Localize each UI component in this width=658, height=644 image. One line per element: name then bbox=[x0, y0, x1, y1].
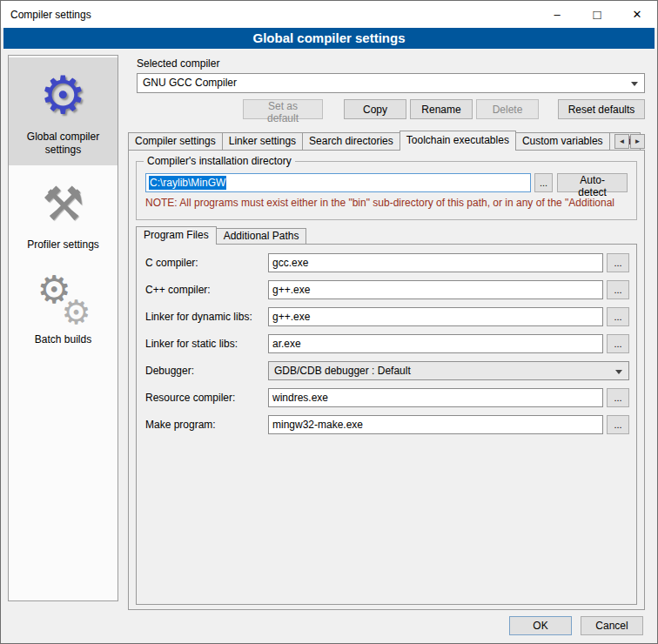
window-controls: – □ ✕ bbox=[537, 1, 657, 28]
make-program-row: Make program: ... bbox=[145, 415, 629, 434]
dialog-header: Global compiler settings bbox=[3, 28, 655, 49]
cpp-compiler-browse-button[interactable]: ... bbox=[607, 280, 629, 299]
toolchain-form: C compiler: ... C++ compiler: ... Linker… bbox=[145, 253, 629, 442]
c-compiler-row: C compiler: ... bbox=[145, 253, 629, 272]
tab-scroll-buttons: ◄ ► bbox=[614, 134, 645, 149]
dynamic-linker-input[interactable] bbox=[268, 307, 603, 326]
sidebar-item-profiler-settings[interactable]: ⚒ Profiler settings bbox=[9, 165, 118, 260]
tab-compiler-settings[interactable]: Compiler settings bbox=[128, 132, 223, 151]
sidebar-item-label: Profiler settings bbox=[11, 238, 115, 252]
resource-compiler-row: Resource compiler: ... bbox=[145, 388, 629, 407]
installation-directory-browse-button[interactable]: ... bbox=[534, 173, 554, 192]
settings-tabstrip: Compiler settings Linker settings Search… bbox=[128, 131, 645, 151]
settings-sidebar: ⚙ Global compiler settings ⚒ Profiler se… bbox=[8, 55, 118, 601]
tab-linker-settings[interactable]: Linker settings bbox=[222, 132, 303, 151]
ok-button[interactable]: OK bbox=[509, 616, 572, 635]
toolchain-executables-page: Compiler's installation directory C:\ray… bbox=[128, 150, 645, 610]
tab-toolchain-executables[interactable]: Toolchain executables bbox=[400, 131, 516, 151]
tab-additional-paths[interactable]: Additional Paths bbox=[216, 228, 307, 245]
titlebar[interactable]: Compiler settings – □ ✕ bbox=[1, 1, 657, 28]
gears-icon: ⚙ ⚙ bbox=[11, 267, 115, 330]
static-linker-row: Linker for static libs: ... bbox=[145, 334, 629, 353]
static-linker-browse-button[interactable]: ... bbox=[607, 334, 629, 353]
installation-directory-value: C:\raylib\MinGW bbox=[149, 176, 226, 190]
resource-compiler-input[interactable] bbox=[268, 388, 603, 407]
debugger-row: Debugger: GDB/CDB debugger : Default bbox=[145, 361, 629, 380]
hammer-icon: ⚒ bbox=[11, 172, 115, 235]
tab-program-files[interactable]: Program Files bbox=[136, 226, 217, 245]
chevron-down-icon bbox=[631, 82, 638, 86]
maximize-icon[interactable]: □ bbox=[577, 1, 617, 28]
selected-compiler-value: GNU GCC Compiler bbox=[143, 77, 237, 89]
make-program-input[interactable] bbox=[268, 415, 603, 434]
installation-directory-group-label: Compiler's installation directory bbox=[144, 155, 295, 167]
close-icon[interactable]: ✕ bbox=[617, 1, 657, 28]
installation-directory-input[interactable]: C:\raylib\MinGW bbox=[145, 173, 531, 192]
delete-button[interactable]: Delete bbox=[476, 99, 539, 119]
copy-button[interactable]: Copy bbox=[344, 99, 406, 119]
sidebar-item-batch-builds[interactable]: ⚙ ⚙ Batch builds bbox=[9, 260, 118, 355]
cpp-compiler-row: C++ compiler: ... bbox=[145, 280, 629, 299]
make-program-label: Make program: bbox=[145, 419, 268, 431]
tab-scroll-left-icon[interactable]: ◄ bbox=[614, 134, 629, 149]
cancel-button[interactable]: Cancel bbox=[581, 616, 643, 635]
reset-defaults-button[interactable]: Reset defaults bbox=[558, 99, 645, 119]
dynamic-linker-label: Linker for dynamic libs: bbox=[145, 311, 268, 323]
debugger-label: Debugger: bbox=[145, 365, 268, 377]
selected-compiler-dropdown[interactable]: GNU GCC Compiler bbox=[137, 73, 645, 93]
debugger-dropdown[interactable]: GDB/CDB debugger : Default bbox=[268, 361, 629, 380]
compiler-actions: Set as default Copy Rename Delete Reset … bbox=[137, 99, 645, 119]
installation-directory-group: Compiler's installation directory C:\ray… bbox=[136, 161, 637, 220]
make-program-browse-button[interactable]: ... bbox=[607, 415, 629, 434]
resource-compiler-browse-button[interactable]: ... bbox=[607, 388, 629, 407]
static-linker-input[interactable] bbox=[268, 334, 603, 353]
resource-compiler-label: Resource compiler: bbox=[145, 392, 268, 404]
tab-custom-variables[interactable]: Custom variables bbox=[515, 132, 610, 151]
sidebar-item-label: Batch builds bbox=[11, 333, 115, 346]
installation-note: NOTE: All programs must exist either in … bbox=[137, 192, 636, 209]
program-tabstrip: Program Files Additional Paths bbox=[136, 226, 637, 245]
sidebar-item-label: Global compiler settings bbox=[11, 131, 115, 157]
tab-scroll-right-icon[interactable]: ► bbox=[630, 134, 645, 149]
program-files-panel: C compiler: ... C++ compiler: ... Linker… bbox=[136, 244, 637, 605]
compiler-settings-window: Compiler settings – □ ✕ Global compiler … bbox=[0, 0, 658, 644]
main-panel: Selected compiler GNU GCC Compiler Set a… bbox=[128, 55, 647, 612]
cpp-compiler-label: C++ compiler: bbox=[145, 284, 268, 296]
c-compiler-label: C compiler: bbox=[145, 257, 268, 269]
window-title: Compiler settings bbox=[1, 9, 91, 21]
c-compiler-input[interactable] bbox=[268, 253, 603, 272]
dynamic-linker-row: Linker for dynamic libs: ... bbox=[145, 307, 629, 326]
debugger-value: GDB/CDB debugger : Default bbox=[274, 365, 411, 377]
selected-compiler-label: Selected compiler bbox=[137, 57, 219, 70]
dynamic-linker-browse-button[interactable]: ... bbox=[607, 307, 629, 326]
rename-button[interactable]: Rename bbox=[410, 99, 473, 119]
gear-icon: ⚙ bbox=[11, 64, 115, 127]
sidebar-item-global-compiler-settings[interactable]: ⚙ Global compiler settings bbox=[9, 57, 118, 165]
set-as-default-button[interactable]: Set as default bbox=[243, 99, 323, 119]
c-compiler-browse-button[interactable]: ... bbox=[607, 253, 629, 272]
tab-search-directories[interactable]: Search directories bbox=[302, 132, 400, 151]
static-linker-label: Linker for static libs: bbox=[145, 338, 268, 350]
auto-detect-button[interactable]: Auto-detect bbox=[557, 173, 628, 192]
cpp-compiler-input[interactable] bbox=[268, 280, 603, 299]
chevron-down-icon bbox=[615, 370, 622, 374]
minimize-icon[interactable]: – bbox=[537, 1, 577, 28]
